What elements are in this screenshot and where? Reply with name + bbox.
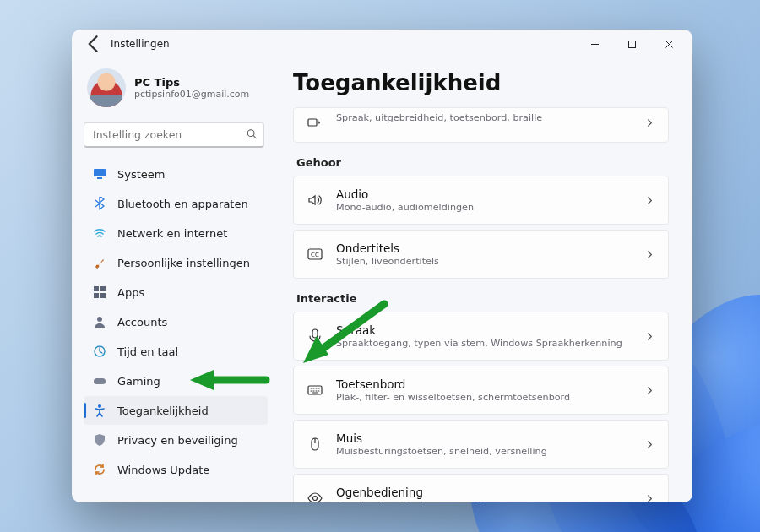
row-sub: Spraaktoegang, typen via stem, Windows S…: [336, 338, 633, 349]
cc-icon: CC: [306, 245, 324, 263]
row-narrator-partial[interactable]: Spraak, uitgebreidheid, toetsenbord, bra…: [293, 107, 669, 143]
sidebar-item-personalization[interactable]: Persoonlijke instellingen: [84, 248, 268, 277]
mouse-icon: [306, 435, 324, 453]
avatar: [87, 68, 126, 107]
row-captions[interactable]: CC Ondertitels Stijlen, liveondertitels: [293, 230, 669, 279]
search-box: [84, 122, 264, 148]
row-title: Audio: [336, 187, 633, 201]
shield-icon: [92, 432, 107, 448]
sidebar-item-gaming[interactable]: Gaming: [84, 366, 268, 395]
sidebar-item-bluetooth[interactable]: Bluetooth en apparaten: [84, 189, 268, 218]
row-sub: Ogentracker, tekst-naar-spraak: [336, 500, 633, 502]
bluetooth-icon: [92, 196, 107, 211]
sidebar-item-label: Netwerk en internet: [117, 227, 227, 240]
row-mouse[interactable]: Muis Muisbesturingstoetsen, snelheid, ve…: [293, 420, 669, 469]
nav-list: Systeem Bluetooth en apparaten Netwerk e…: [84, 160, 268, 484]
sidebar-item-apps[interactable]: Apps: [84, 278, 268, 307]
sidebar-item-label: Toegankelijkheid: [117, 404, 209, 417]
search-icon: [246, 128, 258, 143]
row-sub: Plak-, filter- en wisseltoetsen, schermt…: [336, 392, 633, 403]
svg-rect-3: [97, 177, 102, 179]
minimize-button[interactable]: [576, 31, 613, 57]
row-speech[interactable]: Spraak Spraaktoegang, typen via stem, Wi…: [293, 312, 669, 361]
update-icon: [92, 462, 107, 477]
chevron-right-icon: [645, 328, 654, 345]
window-title: Instellingen: [111, 38, 170, 50]
svg-point-18: [313, 497, 318, 501]
sidebar-item-time-language[interactable]: Tijd en taal: [84, 337, 268, 366]
row-title: Spraak: [336, 323, 633, 337]
chevron-right-icon: [645, 383, 654, 399]
sidebar-item-label: Apps: [117, 286, 144, 299]
narrator-icon: [306, 113, 324, 132]
section-title-gehoor: Gehoor: [296, 156, 669, 169]
profile-name: PC Tips: [134, 76, 249, 89]
sidebar: PC Tips pctipsinfo01@gmail.com Systeem B…: [72, 58, 276, 502]
svg-rect-2: [94, 169, 106, 176]
svg-point-11: [98, 404, 101, 408]
chevron-right-icon: [645, 115, 654, 131]
chevron-right-icon: [645, 193, 654, 209]
sidebar-item-label: Systeem: [117, 168, 165, 181]
section-title-interactie: Interactie: [296, 292, 669, 305]
monitor-icon: [92, 166, 107, 182]
svg-rect-4: [94, 286, 99, 291]
person-icon: [92, 314, 107, 329]
search-input[interactable]: [84, 122, 264, 148]
sidebar-item-windows-update[interactable]: Windows Update: [84, 455, 268, 484]
sidebar-item-label: Bluetooth en apparaten: [117, 198, 248, 210]
row-audio[interactable]: Audio Mono-audio, audiomeldingen: [293, 176, 669, 225]
svg-rect-15: [312, 329, 318, 338]
sidebar-item-label: Privacy en beveiliging: [117, 434, 238, 447]
sidebar-item-network[interactable]: Netwerk en internet: [84, 219, 268, 247]
svg-rect-6: [94, 293, 99, 298]
sidebar-item-accessibility[interactable]: Toegankelijkheid: [84, 396, 268, 425]
main-content: Toegankelijkheid Spraak, uitgebreidheid,…: [276, 58, 692, 502]
row-title: Ogenbediening: [336, 486, 633, 499]
row-title: Muis: [336, 432, 633, 445]
sidebar-item-label: Tijd en taal: [117, 345, 178, 358]
wifi-icon: [92, 225, 107, 241]
sidebar-item-privacy[interactable]: Privacy en beveiliging: [84, 426, 268, 454]
maximize-button[interactable]: [613, 31, 650, 57]
svg-rect-7: [100, 293, 106, 298]
row-sub: Stijlen, liveondertitels: [336, 256, 633, 267]
sidebar-item-label: Gaming: [117, 375, 160, 388]
svg-rect-10: [94, 378, 106, 384]
brush-icon: [92, 255, 107, 270]
back-button[interactable]: [82, 32, 106, 56]
row-eye-control[interactable]: Ogenbediening Ogentracker, tekst-naar-sp…: [293, 474, 669, 502]
globe-clock-icon: [92, 344, 107, 359]
sidebar-item-label: Accounts: [117, 316, 167, 328]
svg-rect-5: [100, 286, 106, 291]
row-title: Ondertitels: [336, 242, 633, 255]
eye-icon: [306, 489, 324, 502]
svg-text:CC: CC: [311, 252, 319, 258]
profile-email: pctipsinfo01@gmail.com: [134, 89, 249, 100]
row-sub: Spraak, uitgebreidheid, toetsenbord, bra…: [336, 112, 633, 123]
row-title: Toetsenbord: [336, 377, 633, 391]
row-keyboard[interactable]: Toetsenbord Plak-, filter- en wisseltoet…: [293, 366, 669, 415]
settings-window: Instellingen PC Tips pctipsinfo01@gmail.…: [72, 30, 692, 502]
row-sub: Muisbesturingstoetsen, snelheid, versnel…: [336, 446, 633, 457]
sidebar-item-system[interactable]: Systeem: [84, 160, 268, 188]
chevron-right-icon: [645, 437, 654, 453]
svg-point-8: [97, 317, 102, 322]
profile-block[interactable]: PC Tips pctipsinfo01@gmail.com: [84, 63, 268, 116]
apps-icon: [92, 285, 107, 300]
row-sub: Mono-audio, audiomeldingen: [336, 202, 633, 213]
page-title: Toegankelijkheid: [293, 70, 669, 95]
speaker-icon: [306, 191, 324, 209]
chevron-right-icon: [645, 247, 654, 263]
microphone-icon: [306, 327, 324, 345]
close-button[interactable]: [650, 31, 687, 57]
accessibility-icon: [92, 403, 107, 418]
sidebar-item-accounts[interactable]: Accounts: [84, 307, 268, 336]
sidebar-item-label: Persoonlijke instellingen: [117, 257, 250, 269]
svg-rect-12: [308, 119, 317, 126]
sidebar-item-label: Windows Update: [117, 464, 209, 476]
gamepad-icon: [92, 373, 107, 388]
chevron-right-icon: [645, 491, 654, 503]
titlebar: Instellingen: [72, 30, 692, 58]
keyboard-icon: [306, 381, 324, 399]
